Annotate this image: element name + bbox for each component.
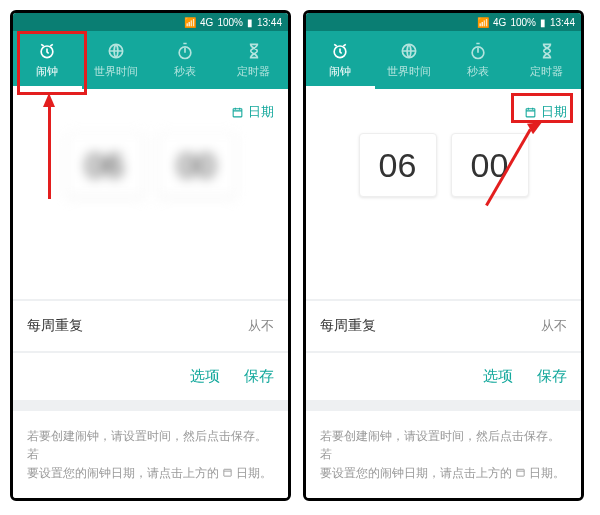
save-button[interactable]: 保存 xyxy=(537,367,567,386)
hour-value[interactable]: 06 xyxy=(66,133,144,197)
net-label: 4G xyxy=(493,17,506,28)
hint-text: 若要创建闹钟，请设置时间，然后点击保存。若 要设置您的闹钟日期，请点击上方的 日… xyxy=(13,409,288,498)
minute-value[interactable]: 00 xyxy=(158,133,236,197)
content-area: 日期 06 00 xyxy=(306,89,581,299)
calendar-icon xyxy=(231,106,244,119)
repeat-label: 每周重复 xyxy=(27,317,83,335)
repeat-row[interactable]: 每周重复 从不 xyxy=(306,299,581,351)
hint-line2: 要设置您的闹钟日期，请点击上方的 xyxy=(27,467,219,479)
tab-world[interactable]: 世界时间 xyxy=(82,31,151,89)
tab-stopwatch[interactable]: 秒表 xyxy=(444,31,513,89)
signal-icon: 📶 xyxy=(477,17,489,28)
tab-alarm-label: 闹钟 xyxy=(36,64,58,79)
calendar-icon-inline xyxy=(515,467,526,478)
repeat-value: 从不 xyxy=(248,317,274,335)
action-row: 选项 保存 xyxy=(306,351,581,400)
tab-bar: 闹钟 世界时间 秒表 定时器 xyxy=(13,31,288,89)
tab-alarm[interactable]: 闹钟 xyxy=(13,31,82,89)
battery-label: 100% xyxy=(510,17,536,28)
alarm-icon xyxy=(37,41,57,61)
battery-icon: ▮ xyxy=(540,17,546,28)
time-picker[interactable]: 06 00 xyxy=(320,133,567,197)
tab-world-label: 世界时间 xyxy=(94,64,138,79)
repeat-value: 从不 xyxy=(541,317,567,335)
svg-rect-3 xyxy=(233,108,242,116)
stopwatch-icon xyxy=(468,41,488,61)
clock-label: 13:44 xyxy=(257,17,282,28)
tab-timer[interactable]: 定时器 xyxy=(512,31,581,89)
date-label: 日期 xyxy=(541,103,567,121)
phone-right: 📶 4G 100% ▮ 13:44 闹钟 世界时间 秒表 定时器 日期 06 xyxy=(303,10,584,501)
net-label: 4G xyxy=(200,17,213,28)
hour-value[interactable]: 06 xyxy=(359,133,437,197)
tab-bar: 闹钟 世界时间 秒表 定时器 xyxy=(306,31,581,89)
battery-label: 100% xyxy=(217,17,243,28)
tab-timer-label: 定时器 xyxy=(530,64,563,79)
minute-value[interactable]: 00 xyxy=(451,133,529,197)
globe-icon xyxy=(106,41,126,61)
tab-stopwatch-label: 秒表 xyxy=(467,64,489,79)
repeat-row[interactable]: 每周重复 从不 xyxy=(13,299,288,351)
svg-rect-8 xyxy=(526,108,535,116)
action-row: 选项 保存 xyxy=(13,351,288,400)
tab-alarm[interactable]: 闹钟 xyxy=(306,31,375,89)
battery-icon: ▮ xyxy=(247,17,253,28)
status-bar: 📶 4G 100% ▮ 13:44 xyxy=(13,13,288,31)
time-picker[interactable]: 06 00 xyxy=(27,133,274,197)
hint-icon-label: 日期。 xyxy=(236,467,272,479)
calendar-icon xyxy=(524,106,537,119)
svg-rect-9 xyxy=(517,469,524,476)
stopwatch-icon xyxy=(175,41,195,61)
date-label: 日期 xyxy=(248,103,274,121)
svg-rect-4 xyxy=(224,469,231,476)
alarm-icon xyxy=(330,41,350,61)
tab-timer-label: 定时器 xyxy=(237,64,270,79)
options-button[interactable]: 选项 xyxy=(190,367,220,386)
tab-timer[interactable]: 定时器 xyxy=(219,31,288,89)
status-bar: 📶 4G 100% ▮ 13:44 xyxy=(306,13,581,31)
signal-icon: 📶 xyxy=(184,17,196,28)
globe-icon xyxy=(399,41,419,61)
hint-line2: 要设置您的闹钟日期，请点击上方的 xyxy=(320,467,512,479)
repeat-label: 每周重复 xyxy=(320,317,376,335)
tab-stopwatch[interactable]: 秒表 xyxy=(151,31,220,89)
hourglass-icon xyxy=(537,41,557,61)
calendar-icon-inline xyxy=(222,467,233,478)
tab-world-label: 世界时间 xyxy=(387,64,431,79)
tab-stopwatch-label: 秒表 xyxy=(174,64,196,79)
clock-label: 13:44 xyxy=(550,17,575,28)
hint-icon-label: 日期。 xyxy=(529,467,565,479)
content-area: 日期 06 00 xyxy=(13,89,288,299)
save-button[interactable]: 保存 xyxy=(244,367,274,386)
phone-left: 📶 4G 100% ▮ 13:44 闹钟 世界时间 秒表 定时器 日期 06 xyxy=(10,10,291,501)
hint-text: 若要创建闹钟，请设置时间，然后点击保存。若 要设置您的闹钟日期，请点击上方的 日… xyxy=(306,409,581,498)
date-button[interactable]: 日期 xyxy=(320,99,567,125)
options-button[interactable]: 选项 xyxy=(483,367,513,386)
hint-line1: 若要创建闹钟，请设置时间，然后点击保存。若 xyxy=(27,430,267,460)
tab-world[interactable]: 世界时间 xyxy=(375,31,444,89)
date-button[interactable]: 日期 xyxy=(27,99,274,125)
tab-alarm-label: 闹钟 xyxy=(329,64,351,79)
hint-line1: 若要创建闹钟，请设置时间，然后点击保存。若 xyxy=(320,430,560,460)
hourglass-icon xyxy=(244,41,264,61)
